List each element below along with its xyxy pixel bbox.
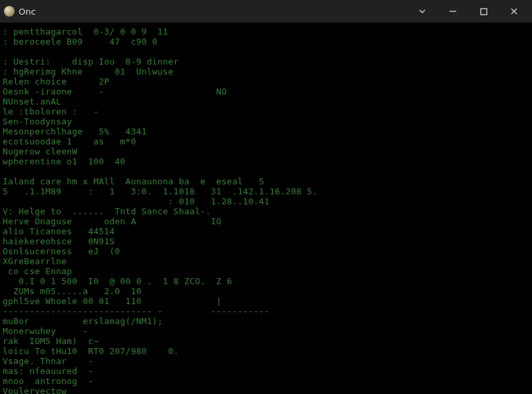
terminal-line: NUnset.anAL: [3, 97, 529, 106]
terminal-output[interactable]: : pentthagarcol 0-3/ 0 0 9 11: beroceele…: [0, 23, 532, 394]
terminal-line: V: Helge to ...... Tntd Sance Shaal-.: [3, 206, 529, 216]
terminal-line: Oesnk -iraone - NO: [3, 87, 529, 97]
terminal-line: : hgRerimg Khne 01 Unlwuse: [3, 67, 529, 77]
svg-rect-1: [481, 9, 487, 15]
terminal-line: ---------------------------- - ---------…: [3, 306, 529, 316]
terminal-line: : 010 1.28..10.41: [3, 196, 529, 206]
terminal-line: Sen-Toodynsay: [3, 116, 529, 126]
terminal-line: 5 .1.1M89 : 1 3:0. 1.1018 31 .142.1.16.2…: [3, 186, 529, 196]
terminal-line: le :tboloren : -: [3, 106, 529, 116]
terminal-line: Relen choice 2P: [3, 77, 529, 87]
terminal-line: wpherentine o1 100 40: [3, 156, 529, 166]
terminal-window: Onc : pentthagarcol 0-3/ 0 0 9 11: beroc…: [0, 0, 532, 394]
terminal-line: loicu To tHu10 RT0 207/980 0.: [3, 346, 529, 356]
terminal-line: haiekereohsce 0N91S: [3, 236, 529, 246]
terminal-line: Nugerow cleenW: [3, 146, 529, 156]
terminal-line: 0.I 0 1 500 I0 @ 00 0 . 1 8 ZCO. Z 6: [3, 276, 529, 286]
titlebar: Onc: [0, 0, 532, 23]
maximize-button[interactable]: [468, 1, 499, 21]
terminal-line: Osnlsucerness eJ (0: [3, 246, 529, 256]
terminal-line: XGreBearrlne: [3, 256, 529, 266]
window-controls: [407, 1, 529, 21]
minimize-button[interactable]: [438, 1, 468, 21]
title-left: Onc: [4, 6, 36, 17]
terminal-line: co cse Ennap: [3, 266, 529, 276]
terminal-line: alio Ticanoes 44514: [3, 226, 529, 236]
terminal-line: : pentthagarcol 0-3/ 0 0 9 11: [3, 27, 529, 37]
terminal-line: mas: nfeauured -: [3, 366, 529, 376]
terminal-line: Monerwuhey -: [3, 326, 529, 336]
minimize-icon: [449, 7, 457, 15]
terminal-line: muBor erslamag(/NM1);: [3, 316, 529, 326]
close-icon: [510, 7, 518, 15]
terminal-line: Ialand care hm x MAll Aunaunona ba e ese…: [3, 176, 529, 186]
chevron-down-icon: [418, 7, 427, 16]
maximize-icon: [480, 8, 487, 15]
terminal-line: [3, 47, 529, 57]
terminal-line: mnoo antronog -: [3, 376, 529, 386]
terminal-line: : beroceele B09 47 c90 0: [3, 37, 529, 47]
terminal-line: ecotsuoodae 1 as m*0: [3, 136, 529, 146]
terminal-line: rak IOM5 Ham) c~: [3, 336, 529, 346]
orb-icon: [4, 6, 15, 17]
terminal-line: Herve Onaguse oden A IO: [3, 216, 529, 226]
terminal-line: gphl5ve Whoele 00 01 110 |: [3, 296, 529, 306]
terminal-line: : Uestri: disp Iou 8-9 dinner: [3, 57, 529, 67]
terminal-line: Vouleryectow: [3, 386, 529, 394]
close-button[interactable]: [499, 1, 529, 21]
terminal-line: ZUMs m05.....a 2.0 10: [3, 286, 529, 296]
dropdown-button[interactable]: [407, 1, 438, 21]
window-title: Onc: [19, 7, 36, 17]
terminal-line: Mesonperchlhage 5% 4341: [3, 126, 529, 136]
terminal-line: [3, 166, 529, 176]
terminal-line: Vsage. Thnar -: [3, 356, 529, 366]
